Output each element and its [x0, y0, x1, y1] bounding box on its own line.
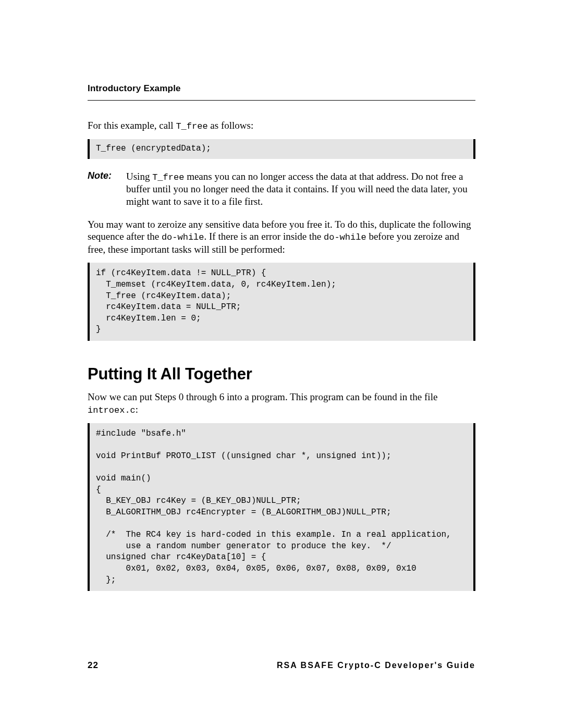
zeroize-text-b: . If there is an error inside the — [204, 231, 324, 242]
code-block-program: #include "bsafe.h" void PrintBuf PROTO_L… — [88, 423, 475, 591]
header-rule — [88, 100, 475, 101]
intro-paragraph: For this example, call T_free as follows… — [88, 119, 475, 132]
running-header: Introductory Example — [88, 83, 475, 94]
code-block-zeroize: if (rc4KeyItem.data != NULL_PTR) { T_mem… — [88, 263, 475, 341]
zeroize-paragraph: You may want to zeroize any sensitive da… — [88, 218, 475, 256]
inline-code-dowhile-2: do-while — [324, 232, 366, 242]
inline-code-dowhile-1: do-while — [162, 232, 204, 242]
manual-page: Introductory Example For this example, c… — [0, 0, 563, 728]
page-number: 22 — [88, 660, 99, 671]
note-text-a: Using — [126, 171, 152, 182]
note-label: Note: — [88, 170, 116, 208]
inline-code-tfree-note: T_free — [152, 172, 184, 182]
intro-text-a: For this example, call — [88, 120, 176, 131]
note-block: Note: Using T_free means you can no long… — [88, 170, 475, 208]
together-text-b: : — [136, 404, 138, 415]
section-heading: Putting It All Together — [88, 365, 475, 384]
together-paragraph: Now we can put Steps 0 through 6 into a … — [88, 391, 475, 416]
intro-text-b: as follows: — [208, 120, 254, 131]
code-block-tfree-call: T_free (encryptedData); — [88, 139, 475, 159]
inline-code-tfree: T_free — [176, 121, 207, 131]
page-footer: 22 RSA BSAFE Crypto-C Developer's Guide — [88, 660, 475, 671]
inline-code-introex: introex.c — [88, 405, 136, 415]
note-body: Using T_free means you can no longer acc… — [126, 170, 475, 208]
together-text-a: Now we can put Steps 0 through 6 into a … — [88, 391, 437, 402]
footer-guide-title: RSA BSAFE Crypto-C Developer's Guide — [277, 661, 475, 670]
